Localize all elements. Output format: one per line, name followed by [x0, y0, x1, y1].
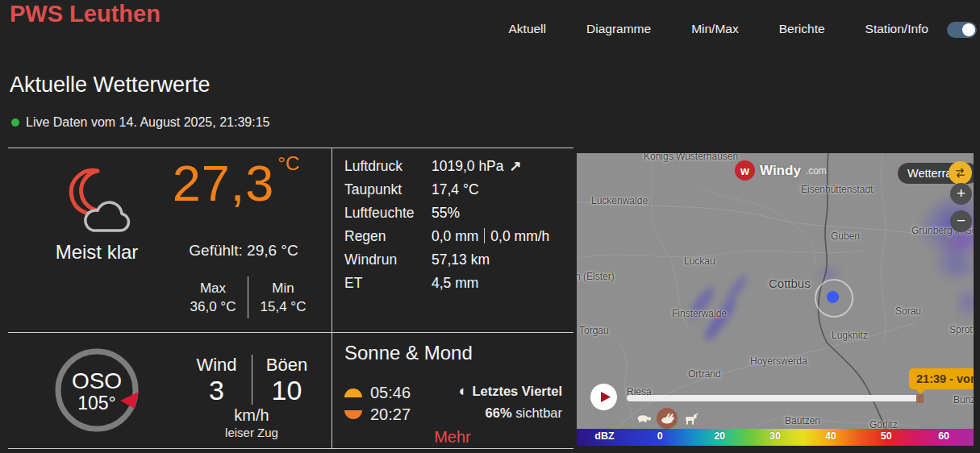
- map-city-label: Luckau: [684, 256, 715, 267]
- min-value: 15,4 °C: [252, 297, 314, 316]
- stat-row: Taupunkt17,4 °C: [332, 178, 573, 202]
- wind-values-block: Wind 3 Böen 10 km/h leiser Zug: [183, 355, 320, 439]
- speed-medium-rabbit-icon[interactable]: [657, 408, 678, 429]
- map-city-label: Lugknitz: [832, 330, 868, 341]
- toggle-knob: [962, 23, 975, 36]
- nav-item-min-max[interactable]: Min/Max: [691, 22, 739, 36]
- map-city-label: Königs Wusterhausen: [644, 153, 738, 162]
- legend-tick: 0: [657, 430, 663, 442]
- wind-compass: OSO 105°: [52, 345, 142, 435]
- max-value: 36,0 °C: [182, 297, 244, 316]
- trend-up-icon: ↗: [510, 158, 522, 174]
- play-icon: [590, 384, 617, 410]
- stat-value: 57,13 km: [432, 251, 490, 268]
- moon-cloud-icon: [52, 160, 146, 241]
- sun-moon-title: Sonne & Mond: [344, 342, 473, 364]
- live-data-text: Live Daten vom 14. August 2025, 21:39:15: [26, 115, 269, 130]
- max-cell: Max 36,0 °C: [182, 279, 244, 316]
- stat-value: 0,0 mm: [432, 228, 478, 244]
- stat-row: Windrun57,13 km: [332, 248, 573, 272]
- windy-logo[interactable]: w Windy .com: [735, 160, 827, 181]
- sun-moon-panel: Sonne & Mond 05:46 20:27 ◐ Letztes Viert…: [332, 332, 573, 448]
- windy-brand: Windy: [760, 163, 801, 179]
- temperature-value: 27,3: [173, 155, 275, 211]
- moon-phase-row: ◐ Letztes Viertel: [459, 383, 562, 400]
- stat-value: 1019,0 hPa: [432, 158, 504, 174]
- stats-panel: Luftdruck1019,0 hPa↗Taupunkt17,4 °CLuftf…: [332, 148, 573, 332]
- play-button[interactable]: [590, 384, 617, 410]
- theme-toggle[interactable]: [947, 22, 977, 38]
- map-city-label: Luckenwalde: [591, 195, 648, 206]
- zoom-in-button[interactable]: +: [950, 183, 972, 205]
- page-title: Aktuelle Wetterwerte: [10, 73, 211, 98]
- nav-item-station-info[interactable]: Station/Info: [865, 22, 928, 36]
- moon-phase-icon: ◐: [459, 383, 468, 400]
- max-min-block: Max 36,0 °C Min 15,4 °C: [182, 276, 314, 318]
- min-label: Min: [252, 279, 314, 297]
- legend-tick: 40: [825, 430, 836, 442]
- more-link[interactable]: Mehr: [332, 428, 573, 447]
- stat-row: Luftfeuchte55%: [332, 202, 573, 225]
- map-city-label: Sprotta: [949, 324, 974, 335]
- speed-slow-turtle-icon[interactable]: [633, 408, 654, 429]
- map-city-label: Cottbus: [769, 276, 811, 290]
- map-city-label: Finsterwalde: [672, 308, 727, 319]
- stat-label: Regen: [344, 225, 432, 248]
- wind-value: 3: [186, 376, 248, 405]
- layer-switch-icon[interactable]: [949, 161, 972, 185]
- weather-radar-map[interactable]: Königs WusterhausenLuckenwaldeEisenhütte…: [577, 153, 974, 446]
- legend-tick: 30: [769, 430, 781, 442]
- divider: [8, 448, 573, 449]
- stat-label: Luftdruck: [344, 155, 432, 178]
- gust-label: Böen: [256, 355, 318, 376]
- live-data-row: Live Daten vom 14. August 2025, 21:39:15: [11, 115, 269, 130]
- legend-unit-label: dBZ: [594, 430, 614, 442]
- nav-item-aktuell[interactable]: Aktuell: [508, 22, 546, 36]
- max-label: Max: [182, 279, 244, 297]
- wind-panel: OSO 105° Wind 3 Böen 10 km/h leiser Zug: [8, 332, 332, 448]
- speed-fast-goat-icon[interactable]: [681, 408, 702, 429]
- main-nav: AktuellDiagrammeMin/MaxBerichteStation/I…: [508, 22, 928, 36]
- windy-logo-icon: w: [735, 160, 755, 181]
- wind-unit: km/h: [183, 406, 320, 425]
- weather-dashboard: PWS Leuthen AktuellDiagrammeMin/MaxBeric…: [0, 0, 980, 453]
- timeline-slider[interactable]: [627, 395, 924, 401]
- moon-visible-suffix: sichtbar: [512, 405, 562, 420]
- wind-description: leiser Zug: [183, 426, 320, 439]
- stat-value: 17,4 °C: [432, 181, 479, 197]
- stat-row: ET4,5 mm: [332, 272, 573, 295]
- stat-label: ET: [344, 272, 432, 295]
- stats-list: Luftdruck1019,0 hPa↗Taupunkt17,4 °CLuftf…: [332, 148, 573, 295]
- station-marker-dot: [827, 291, 839, 303]
- map-city-label: Ortrand: [688, 368, 721, 380]
- nav-item-berichte[interactable]: Berichte: [779, 22, 825, 36]
- moon-phase-name: Letztes Viertel: [472, 384, 562, 399]
- temperature-unit: °C: [277, 152, 299, 174]
- legend-tick: 60: [938, 430, 949, 442]
- map-city-label: Sorau: [895, 305, 921, 317]
- map-city-label: Bautzen: [785, 415, 820, 426]
- nav-item-diagramme[interactable]: Diagramme: [586, 22, 651, 36]
- stat-row: Regen0,0 mm0,0 mm/h: [332, 225, 573, 248]
- map-city-label: Eisenhüttenstadt: [801, 184, 873, 195]
- map-city-label: Torgau: [579, 325, 609, 336]
- map-city-label: n (Elster): [577, 271, 615, 282]
- min-cell: Min 15,4 °C: [252, 279, 314, 316]
- stat-label: Luftfeuchte: [344, 202, 432, 225]
- stat-label: Taupunkt: [344, 178, 432, 202]
- sunset-icon: [344, 410, 362, 419]
- divider: [484, 228, 485, 243]
- zoom-out-button[interactable]: −: [950, 210, 972, 232]
- gust-value: 10: [256, 376, 318, 405]
- map-city-label: Bunzl: [953, 394, 974, 405]
- stat-value: 55%: [432, 205, 460, 221]
- sunset-row: 20:27: [344, 405, 411, 424]
- windy-brand-suffix: .com: [806, 165, 827, 177]
- wind-label: Wind: [186, 355, 248, 376]
- sunset-time: 20:27: [370, 405, 411, 424]
- temperature: 27,3°C: [165, 152, 307, 212]
- sunrise-row: 05:46: [344, 384, 411, 402]
- timeline-handle[interactable]: [916, 394, 924, 403]
- legend-tick: 50: [881, 430, 892, 442]
- site-title: PWS Leuthen: [10, 1, 161, 27]
